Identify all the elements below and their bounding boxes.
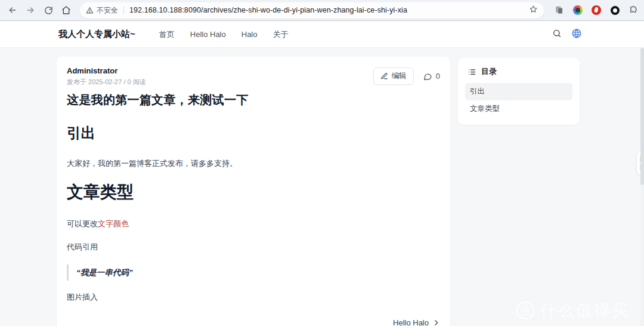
- list-icon: [467, 67, 476, 76]
- refresh-icon[interactable]: [41, 2, 56, 18]
- article-card: Administrator 发布于 2025-02-27 / 0 阅读 编辑 0…: [57, 57, 450, 326]
- heading-intro: 引出: [67, 124, 440, 143]
- nav-item-hello-halo[interactable]: Hello Halo: [190, 30, 226, 39]
- browser-toolbar: 不安全 192.168.10.188:8090/archives/zhe-shi…: [0, 0, 644, 21]
- watermark-badge: 值: [516, 302, 534, 319]
- red-extension-icon[interactable]: [590, 4, 602, 16]
- page-scrollbar[interactable]: [640, 48, 644, 326]
- edit-button[interactable]: 编辑: [373, 67, 414, 85]
- chevron-right-icon: [432, 319, 440, 326]
- nav-item-about[interactable]: 关于: [273, 29, 289, 40]
- toc-title: 目录: [481, 66, 497, 77]
- url-text[interactable]: 192.168.10.188:8090/archives/zhe-shi-wo-…: [129, 6, 524, 14]
- scrollbar-thumb[interactable]: [640, 48, 644, 185]
- bookmark-star-icon[interactable]: [529, 5, 538, 16]
- article-meta-row: Administrator 发布于 2025-02-27 / 0 阅读 编辑 0: [67, 66, 440, 87]
- paragraph-code: 代码引用: [67, 242, 440, 253]
- paragraph-color: 可以更改文字颜色: [67, 219, 440, 229]
- toc-item-type[interactable]: 文章类型: [465, 100, 572, 118]
- next-post-link[interactable]: Hello Halo: [67, 318, 440, 326]
- back-icon[interactable]: [5, 2, 20, 18]
- search-icon[interactable]: [552, 29, 562, 41]
- site-nav: 首页 Hello Halo Halo 关于: [159, 29, 289, 40]
- nav-item-halo[interactable]: Halo: [242, 30, 258, 39]
- comment-count: 0: [436, 72, 440, 81]
- blockquote-text: “我是一串代码”: [76, 268, 133, 277]
- article-actions: 编辑 0: [373, 67, 440, 85]
- paragraph-image: 图片插入: [67, 292, 440, 303]
- toc-header: 目录: [465, 65, 572, 83]
- chip-divider: [123, 6, 124, 14]
- post-meta: 发布于 2025-02-27 / 0 阅读: [67, 78, 146, 87]
- forward-icon[interactable]: [23, 2, 38, 18]
- comment-icon: [423, 72, 432, 81]
- camera-extension-icon[interactable]: [572, 4, 584, 16]
- home-icon[interactable]: [58, 2, 74, 18]
- toc-item-intro[interactable]: 引出: [465, 83, 572, 100]
- extension-row: 皮: [553, 4, 644, 16]
- smzdm-watermark: 值 什么值得买: [516, 300, 630, 321]
- screen: 不安全 192.168.10.188:8090/archives/zhe-shi…: [0, 0, 644, 326]
- warning-icon: [86, 7, 94, 14]
- watermark-text: 什么值得买: [540, 300, 630, 321]
- pages-extension-icon[interactable]: [553, 4, 565, 16]
- blockquote: “我是一串代码”: [67, 265, 440, 281]
- site-title[interactable]: 我人个人专属小站~: [58, 29, 135, 40]
- header-icons: [552, 28, 582, 41]
- toc-card: 目录 引出 文章类型: [458, 58, 580, 125]
- edit-button-label: 编辑: [392, 71, 407, 81]
- post-title: 这是我的第一篇文章，来测试一下: [67, 92, 440, 108]
- next-post-label: Hello Halo: [393, 318, 429, 326]
- record-extension-icon[interactable]: [609, 4, 621, 16]
- extensions-puzzle-icon[interactable]: [627, 4, 639, 16]
- comment-widget[interactable]: 0: [423, 72, 440, 81]
- color-line-prefix: 可以更改: [67, 219, 98, 228]
- pencil-icon: [380, 72, 388, 80]
- address-bar[interactable]: 不安全 192.168.10.188:8090/archives/zhe-shi…: [80, 2, 544, 19]
- color-line-red-link[interactable]: 文字颜色: [98, 219, 129, 228]
- heading-type: 文章类型: [67, 181, 440, 204]
- globe-icon[interactable]: [571, 28, 582, 41]
- site-header: 我人个人专属小站~ 首页 Hello Halo Halo 关于: [0, 21, 644, 48]
- security-chip[interactable]: 不安全: [86, 5, 118, 16]
- nav-item-home[interactable]: 首页: [159, 29, 175, 40]
- author-name[interactable]: Administrator: [67, 66, 146, 75]
- page-content: Administrator 发布于 2025-02-27 / 0 阅读 编辑 0…: [0, 48, 644, 326]
- security-label: 不安全: [97, 5, 118, 16]
- paragraph-intro: 大家好，我的第一篇博客正式发布，请多多支持。: [67, 158, 440, 169]
